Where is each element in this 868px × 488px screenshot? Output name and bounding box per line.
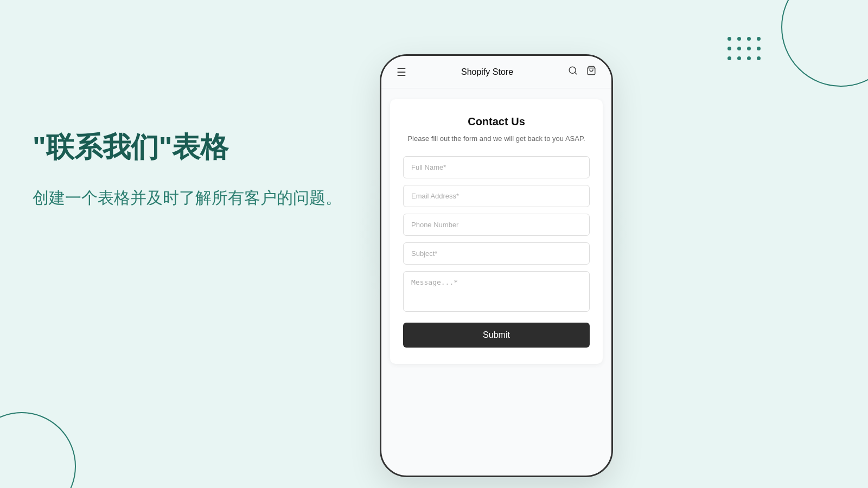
search-icon[interactable] — [568, 66, 578, 78]
subject-input[interactable] — [403, 242, 590, 265]
form-title: Contact Us — [403, 115, 590, 128]
message-textarea[interactable] — [403, 271, 590, 312]
phone-frame: ☰ Shopify Store Contact Us Please fill o… — [380, 54, 613, 477]
svg-line-1 — [575, 72, 576, 74]
decorative-circle-top-right — [781, 0, 868, 87]
phone-mockup: ☰ Shopify Store Contact Us Please fill o… — [380, 54, 613, 477]
sub-title: 创建一个表格并及时了解所有客户的问题。 — [33, 185, 369, 210]
hamburger-icon[interactable]: ☰ — [397, 66, 406, 79]
cart-icon[interactable] — [586, 66, 596, 78]
contact-form-container: Contact Us Please fill out the form and … — [390, 99, 603, 364]
left-content: "联系我们"表格 创建一个表格并及时了解所有客户的问题。 — [33, 130, 369, 210]
form-subtitle: Please fill out the form and we will get… — [403, 133, 590, 144]
store-name: Shopify Store — [461, 67, 513, 77]
submit-button[interactable]: Submit — [403, 323, 590, 348]
full-name-input[interactable] — [403, 156, 590, 178]
main-title: "联系我们"表格 — [33, 130, 369, 164]
email-input[interactable] — [403, 185, 590, 207]
phone-input[interactable] — [403, 214, 590, 236]
nav-icons — [568, 66, 596, 78]
phone-navbar: ☰ Shopify Store — [381, 56, 611, 88]
decorative-circle-bottom-left — [0, 412, 76, 488]
dots-decoration — [727, 37, 762, 62]
